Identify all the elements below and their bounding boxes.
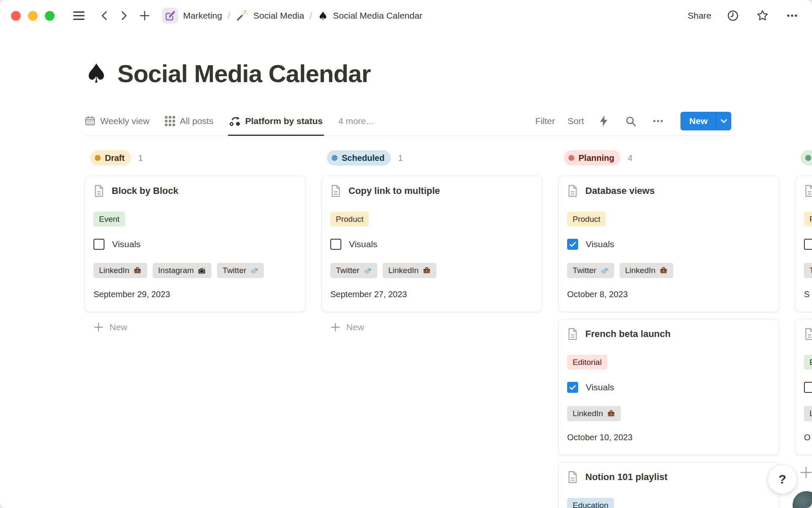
status-dot xyxy=(95,155,101,161)
view-tabs: Weekly view All posts Platform by status… xyxy=(85,107,373,135)
briefcase-icon xyxy=(422,266,431,275)
briefcase-icon xyxy=(607,409,615,418)
camera-icon xyxy=(198,266,206,275)
new-record-button[interactable]: New xyxy=(680,112,731,130)
page-icon xyxy=(567,471,578,483)
card-french-beta-launch[interactable]: French beta launch Editorial Visuals Lin… xyxy=(558,319,779,455)
zoom-window-button[interactable] xyxy=(45,11,55,21)
new-button-label[interactable]: New xyxy=(680,112,716,130)
breadcrumb-label: Social Media xyxy=(253,11,304,21)
view-controls: Filter Sort New xyxy=(535,112,731,130)
page-title: ♠ Social Media Calendar xyxy=(85,59,370,88)
calendar-icon xyxy=(85,116,96,127)
board-column-draft: Draft 1 Block by Block Event Visuals Lin… xyxy=(85,144,305,332)
category-tag: E xyxy=(804,355,812,370)
tab-weekly-view[interactable]: Weekly view xyxy=(85,107,149,135)
forward-icon[interactable] xyxy=(116,8,132,24)
help-button[interactable]: ? xyxy=(768,464,797,494)
visuals-checkbox[interactable] xyxy=(567,239,578,250)
visuals-checkbox[interactable] xyxy=(567,382,578,393)
status-icon xyxy=(229,116,241,127)
page-icon xyxy=(804,328,812,340)
card-date: O xyxy=(804,433,812,442)
top-bar: Marketing / Social Media / ♠ So xyxy=(0,0,812,31)
column-name: Planning xyxy=(579,153,614,163)
visuals-checkbox[interactable] xyxy=(330,239,341,250)
checkbox-label: Visuals xyxy=(586,382,614,392)
check-icon xyxy=(568,240,577,248)
bird-icon xyxy=(250,266,258,275)
column-header-pill[interactable]: Scheduled xyxy=(327,150,391,166)
checkbox-label: Visuals xyxy=(112,239,140,249)
share-button[interactable]: Share xyxy=(688,11,711,21)
tab-platform-by-status[interactable]: Platform by status xyxy=(229,107,323,135)
visuals-checkbox[interactable] xyxy=(93,239,104,250)
card-block-by-block[interactable]: Block by Block Event Visuals LinkedIn In… xyxy=(85,176,305,312)
visuals-checkbox[interactable] xyxy=(804,239,812,250)
column-header-pill[interactable]: Planning xyxy=(564,150,620,166)
card-copy-link-to-multiple[interactable]: Copy link to multiple Product Visuals Tw… xyxy=(321,176,542,312)
checkbox-label: Visuals xyxy=(586,239,614,249)
platform-tag-linkedin: LinkedIn xyxy=(567,406,621,421)
tab-all-posts[interactable]: All posts xyxy=(165,107,213,135)
checkbox-label: Visuals xyxy=(349,239,377,249)
back-icon[interactable] xyxy=(96,8,112,24)
bird-icon xyxy=(600,266,609,275)
automations-lightning-icon[interactable] xyxy=(597,114,611,128)
updates-history-icon[interactable] xyxy=(725,8,741,24)
board-column-planning: Planning 4 Database views Product Visual… xyxy=(558,144,779,508)
add-group-plus-icon[interactable] xyxy=(800,466,812,479)
platform-tag: T xyxy=(804,263,812,278)
platform-tag-instagram: Instagram xyxy=(153,263,211,278)
card-notion-101-playlist[interactable]: Notion 101 playlist Education xyxy=(558,462,779,508)
column-header-pill[interactable] xyxy=(801,150,812,166)
card-partial[interactable]: E L O xyxy=(795,319,812,455)
status-dot xyxy=(332,155,337,161)
page-icon xyxy=(330,185,341,197)
tab-label: Platform by status xyxy=(245,116,323,126)
status-dot xyxy=(568,155,574,161)
filter-button[interactable]: Filter xyxy=(535,116,555,126)
category-tag: P xyxy=(804,212,812,226)
more-options-icon[interactable] xyxy=(784,8,800,24)
new-button-dropdown[interactable] xyxy=(716,112,731,130)
column-count: 1 xyxy=(138,153,143,163)
page-title-text[interactable]: Social Media Calendar xyxy=(118,59,371,88)
add-card-button[interactable]: New xyxy=(331,322,542,332)
breadcrumb-item-social-media[interactable]: Social Media xyxy=(236,9,304,22)
briefcase-icon xyxy=(659,266,668,275)
sort-button[interactable]: Sort xyxy=(568,116,584,126)
board-column-scheduled: Scheduled 1 Copy link to multiple Produc… xyxy=(321,144,542,332)
tab-more-views[interactable]: 4 more... xyxy=(338,107,373,135)
card-title: Notion 101 playlist xyxy=(585,472,667,483)
notion-window: Marketing / Social Media / ♠ So xyxy=(0,0,812,508)
card-date: October 10, 2023 xyxy=(567,433,770,442)
breadcrumb-separator: / xyxy=(310,11,312,21)
platform-tag-linkedin: LinkedIn xyxy=(93,263,147,278)
column-header-pill[interactable]: Draft xyxy=(90,150,131,166)
card-partial[interactable]: P T S xyxy=(795,176,812,312)
sidebar-toggle-icon[interactable] xyxy=(71,8,87,24)
breadcrumb-item-social-media-calendar[interactable]: ♠ Social Media Calendar xyxy=(318,10,422,22)
page-spade-icon[interactable]: ♠ xyxy=(85,60,108,88)
column-count: 4 xyxy=(628,153,632,163)
card-date: September 29, 2023 xyxy=(93,290,296,299)
card-database-views[interactable]: Database views Product Visuals Twitter L… xyxy=(558,176,779,312)
tab-label: 4 more... xyxy=(338,116,373,126)
spade-icon: ♠ xyxy=(318,10,328,22)
visuals-checkbox[interactable] xyxy=(804,382,812,393)
search-icon[interactable] xyxy=(624,114,638,128)
minimize-window-button[interactable] xyxy=(28,11,38,21)
add-card-button[interactable]: New xyxy=(94,322,305,332)
close-window-button[interactable] xyxy=(11,11,21,21)
view-options-icon[interactable] xyxy=(651,114,665,128)
platform-tag-linkedin: LinkedIn xyxy=(383,263,436,278)
category-tag: Education xyxy=(567,498,614,508)
new-page-icon[interactable] xyxy=(137,8,153,24)
page-icon xyxy=(804,185,812,197)
breadcrumb-item-marketing[interactable]: Marketing xyxy=(162,8,222,24)
breadcrumb: Marketing / Social Media / ♠ So xyxy=(162,8,422,24)
card-title: French beta launch xyxy=(585,329,671,340)
grid-icon xyxy=(165,116,175,126)
favorite-star-icon[interactable] xyxy=(754,8,771,24)
